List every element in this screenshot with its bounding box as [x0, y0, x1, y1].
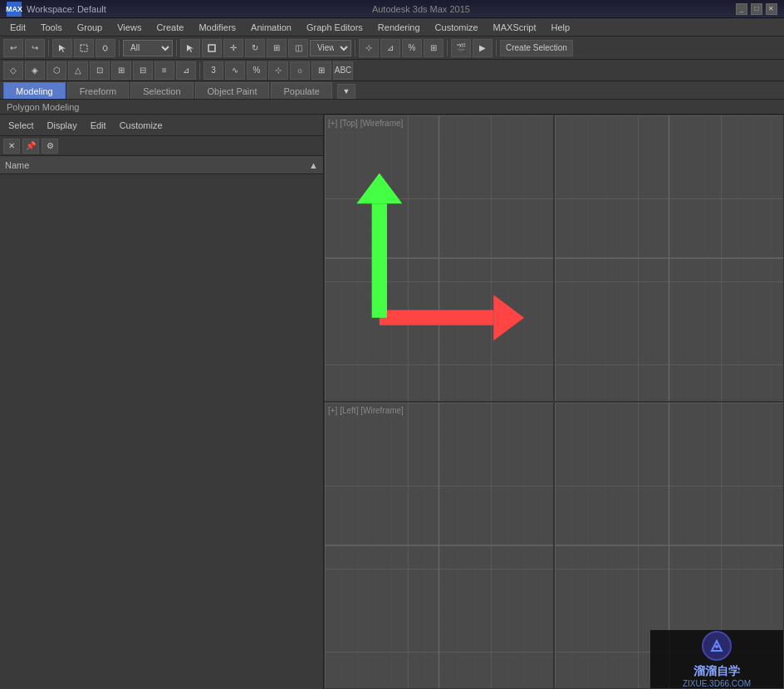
menu-item-edit[interactable]: Edit: [3, 19, 32, 36]
menu-item-help[interactable]: Help: [545, 19, 577, 36]
tab-object-paint[interactable]: Object Paint: [195, 82, 270, 99]
object-list[interactable]: [0, 174, 323, 689]
watermark-logo: [702, 631, 732, 661]
tab-populate[interactable]: Populate: [271, 82, 331, 99]
render-setup[interactable]: 🎬: [451, 39, 471, 57]
view-dropdown[interactable]: View: [310, 40, 351, 56]
viewport-top-left[interactable]: [+] [Top] [Wireframe]: [324, 115, 554, 402]
maximize-button[interactable]: □: [751, 3, 762, 15]
minimize-button[interactable]: _: [736, 3, 747, 15]
filter-dropdown[interactable]: All: [123, 40, 173, 56]
tabs-row: Modeling Freeform Selection Object Paint…: [0, 81, 784, 100]
menu-item-modifiers[interactable]: Modifiers: [192, 19, 243, 36]
panel-menu-select[interactable]: Select: [3, 119, 39, 132]
spinner-snap[interactable]: ⊞: [424, 39, 443, 57]
name-column-header: Name ▲: [0, 156, 323, 174]
toolbar-separator-4: [355, 40, 355, 56]
tb2-btn-7[interactable]: ⊟: [133, 61, 153, 80]
undo-button[interactable]: ↩: [3, 39, 23, 57]
reference-coord-button[interactable]: ◫: [288, 39, 308, 57]
create-selection-button[interactable]: Create Selection: [500, 40, 573, 56]
viewport-bottom-left[interactable]: [+] [Left] [Wireframe]: [324, 402, 554, 689]
toolbar-separator-1: [48, 40, 49, 56]
title-bar-left: MAX Workspace: Default: [7, 2, 106, 17]
panel-menu-display[interactable]: Display: [42, 119, 82, 132]
snap-toggle[interactable]: ⊹: [359, 39, 379, 57]
move-button[interactable]: ✛: [223, 39, 243, 57]
tb2-btn-13[interactable]: ⊹: [268, 61, 288, 80]
tb2-btn-8[interactable]: ≡: [154, 61, 174, 80]
tabs-dropdown[interactable]: ▼: [337, 84, 355, 99]
panel-pin-btn[interactable]: 📌: [22, 139, 39, 154]
tb2-btn-9[interactable]: ⊿: [176, 61, 196, 80]
close-button[interactable]: ✕: [766, 3, 777, 15]
svg-rect-1: [208, 45, 215, 51]
angle-snap[interactable]: ⊿: [380, 39, 400, 57]
menu-item-tools[interactable]: Tools: [34, 19, 69, 36]
panel-close-btn[interactable]: ✕: [3, 139, 20, 154]
tab-modeling[interactable]: Modeling: [3, 82, 66, 99]
menu-item-views[interactable]: Views: [110, 19, 148, 36]
viewport-top-left-grid: [325, 115, 553, 401]
menu-item-customize[interactable]: Customize: [429, 19, 485, 36]
tb2-btn-10[interactable]: 3: [203, 61, 223, 80]
tab-selection[interactable]: Selection: [130, 82, 193, 99]
title-bar: MAX Workspace: Default Autodesk 3ds Max …: [0, 0, 784, 18]
window-controls[interactable]: _ □ ✕: [736, 3, 777, 15]
tb2-btn-12[interactable]: %: [247, 61, 267, 80]
quick-render[interactable]: ▶: [473, 39, 492, 57]
tb2-btn-11[interactable]: ∿: [225, 61, 245, 80]
tb2-btn-16[interactable]: ABC: [333, 61, 353, 80]
viewport-area: [+] [Top] [Wireframe]: [324, 115, 784, 689]
toolbar-separator-5: [447, 40, 448, 56]
menu-item-rendering[interactable]: Rendering: [371, 19, 427, 36]
menu-item-create[interactable]: Create: [149, 19, 190, 36]
tab-freeform[interactable]: Freeform: [67, 82, 130, 99]
menu-item-maxscript[interactable]: MAXScript: [487, 19, 543, 36]
main-toolbar: ↩ ↪ All ✛ ↻ ⊞ ◫ View ⊹ ⊿ % ⊞ 🎬 ▶ Create …: [0, 37, 784, 60]
svg-point-27: [715, 645, 718, 648]
panel-menu-edit[interactable]: Edit: [86, 119, 111, 132]
watermark-brand: 溜溜自学: [693, 664, 740, 679]
panel-menu-customize[interactable]: Customize: [115, 119, 168, 132]
menu-item-animation[interactable]: Animation: [244, 19, 298, 36]
tb2-btn-5[interactable]: ⊡: [90, 61, 110, 80]
select-region-button[interactable]: [74, 39, 94, 57]
watermark: 溜溜自学 ZIXUE.3D66.COM: [650, 630, 783, 688]
viewport-top-right-grid: [555, 115, 783, 401]
viewport-bottom-right[interactable]: 溜溜自学 ZIXUE.3D66.COM: [554, 402, 784, 689]
scroll-arrow-icon: ▲: [309, 160, 318, 170]
viewport-top-right[interactable]: [554, 115, 784, 402]
svg-marker-10: [356, 173, 402, 204]
tb2-btn-1[interactable]: ◇: [3, 61, 23, 80]
tb2-btn-2[interactable]: ◈: [25, 61, 45, 80]
panel-tools: ✕ 📌 ⚙: [0, 136, 323, 156]
select-object-button[interactable]: [52, 39, 72, 57]
menu-item-graph-editors[interactable]: Graph Editors: [300, 19, 370, 36]
redo-button[interactable]: ↪: [25, 39, 45, 57]
menu-item-group[interactable]: Group: [71, 19, 110, 36]
rotate-button[interactable]: ↻: [245, 39, 265, 57]
toolbar-separator-2: [119, 40, 120, 56]
tb2-btn-6[interactable]: ⊞: [111, 61, 131, 80]
select-region-rect[interactable]: [202, 39, 222, 57]
title-bar-title: Workspace: Default: [27, 4, 106, 14]
tb2-btn-4[interactable]: △: [68, 61, 88, 80]
select-button[interactable]: [180, 39, 200, 57]
svg-rect-0: [81, 45, 87, 51]
scale-button[interactable]: ⊞: [267, 39, 287, 57]
percent-snap[interactable]: %: [402, 39, 422, 57]
tb2-btn-3[interactable]: ⬡: [47, 61, 66, 80]
panel-toolbar: Select Display Edit Customize: [0, 115, 323, 136]
tb2-btn-15[interactable]: ⊞: [311, 61, 331, 80]
app-logo: MAX: [7, 2, 22, 17]
tb2-btn-14[interactable]: ☼: [290, 61, 310, 80]
svg-marker-9: [493, 295, 524, 340]
toolbar-separator-6: [496, 40, 497, 56]
menu-bar: Edit Tools Group Views Create Modifiers …: [0, 18, 784, 37]
panel-filter-btn[interactable]: ⚙: [42, 139, 58, 154]
name-label: Name: [5, 160, 29, 170]
left-panel: Select Display Edit Customize ✕ 📌 ⚙ Name…: [0, 115, 324, 689]
watermark-url: ZIXUE.3D66.COM: [683, 679, 751, 688]
lasso-select-button[interactable]: [96, 39, 115, 57]
